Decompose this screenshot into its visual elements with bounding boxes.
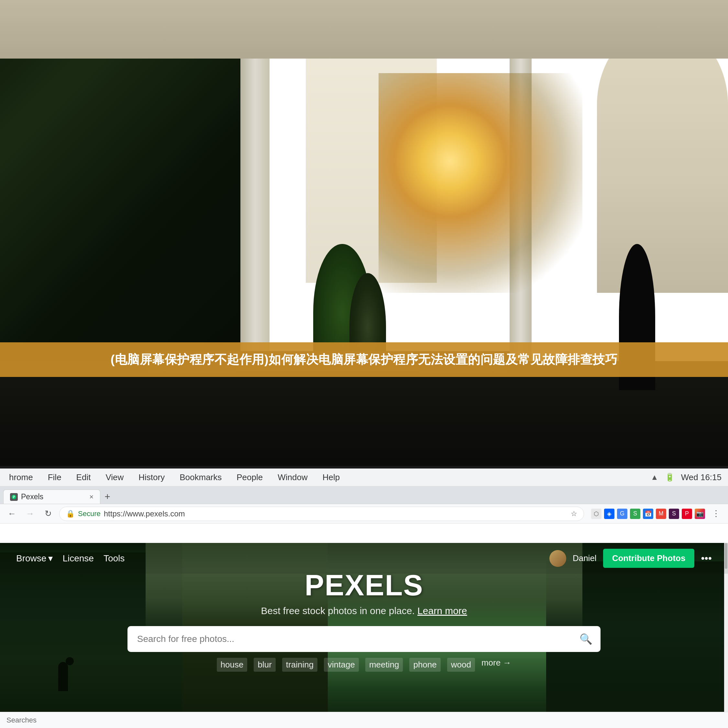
bookmark-star-icon[interactable]: ☆ [571, 509, 577, 518]
pillar-left [240, 0, 269, 400]
browse-label: Browse [16, 553, 46, 564]
screen-content: hrome File Edit View History Bookmarks P… [0, 468, 728, 728]
more-options-button[interactable]: ••• [701, 552, 712, 564]
tab-close-button[interactable]: × [89, 493, 93, 501]
user-avatar[interactable] [549, 550, 566, 567]
office-interior [0, 0, 728, 488]
active-tab[interactable]: P Pexels × [3, 489, 100, 504]
search-suggestions: house blur training vintage meeting phon… [217, 658, 512, 672]
battery-icon: 🔋 [665, 473, 674, 482]
notification-text: (电脑屏幕保护程序不起作用)如何解决电脑屏幕保护程序无法设置的问题及常见故障排查… [20, 352, 708, 368]
address-field[interactable]: 🔒 Secure https://www.pexels.com ☆ [59, 507, 584, 521]
wifi-icon: ▲ [651, 473, 658, 482]
suggestion-vintage[interactable]: vintage [324, 658, 359, 672]
username-label[interactable]: Daniel [573, 553, 596, 563]
extensions-icon[interactable]: ⬡ [591, 509, 601, 519]
search-container: 🔍 [127, 626, 601, 652]
menu-bookmarks[interactable]: Bookmarks [177, 471, 224, 484]
pexels-logo: PEXELS [304, 569, 423, 602]
notification-banner: (电脑屏幕保护程序不起作用)如何解决电脑屏幕保护程序无法设置的问题及常见故障排查… [0, 342, 728, 377]
secure-lock-icon: 🔒 [66, 509, 75, 518]
pinterest-icon[interactable]: P [682, 509, 692, 519]
tab-title: Pexels [21, 492, 86, 501]
license-link[interactable]: License [63, 553, 94, 564]
pexels-tagline: Best free stock photos in one place. Lea… [261, 606, 467, 616]
pexels-nav-right: Daniel Contribute Photos ••• [549, 549, 712, 568]
menu-history[interactable]: History [136, 471, 167, 484]
tools-link[interactable]: Tools [104, 553, 125, 564]
suggestion-blur[interactable]: blur [254, 658, 275, 672]
tagline-text: Best free stock photos in one place. [261, 606, 414, 616]
browse-button[interactable]: Browse ▾ [16, 553, 53, 564]
suggestion-meeting[interactable]: meeting [365, 658, 403, 672]
suggestion-house[interactable]: house [217, 658, 248, 672]
google-icon-1[interactable]: G [617, 509, 627, 519]
chrome-menu-button[interactable]: ⋮ [709, 507, 723, 521]
pexels-nav-left: Browse ▾ License Tools [16, 553, 125, 564]
address-right-actions: ☆ [571, 509, 577, 518]
right-arch-window [597, 24, 728, 292]
new-tab-button[interactable]: + [100, 489, 115, 504]
search-icon: 🔍 [580, 633, 592, 645]
menu-hrome[interactable]: hrome [6, 471, 35, 484]
suggestion-wood[interactable]: wood [447, 658, 475, 672]
menu-view[interactable]: View [103, 471, 126, 484]
menu-people[interactable]: People [234, 471, 265, 484]
chrome-menubar: hrome File Edit View History Bookmarks P… [0, 468, 728, 486]
pexels-navbar: Browse ▾ License Tools Daniel Contribute… [0, 543, 728, 574]
chrome-right-icons: ▲ 🔋 Wed 16:15 [651, 473, 722, 482]
background-scene [0, 0, 728, 488]
refresh-button[interactable]: ↻ [41, 507, 55, 521]
google-icon-2[interactable]: S [630, 509, 640, 519]
toolbar-icons: ⬡ ◈ G S 📅 M S P 📷 [591, 509, 705, 519]
mail-icon[interactable]: M [656, 509, 666, 519]
avatar-image [549, 550, 566, 567]
menu-file[interactable]: File [45, 471, 64, 484]
sunlight-burst [379, 73, 583, 292]
suggestion-training[interactable]: training [282, 658, 317, 672]
svg-text:P: P [13, 496, 15, 499]
menu-window[interactable]: Window [275, 471, 310, 484]
tab-bar: P Pexels × + [0, 486, 728, 504]
instagram-icon[interactable]: 📷 [695, 509, 705, 519]
contribute-photos-button[interactable]: Contribute Photos [603, 549, 695, 568]
browse-chevron-icon: ▾ [48, 553, 53, 564]
more-suggestions-link[interactable]: more → [482, 658, 511, 672]
menu-help[interactable]: Help [320, 471, 342, 484]
system-time: Wed 16:15 [681, 473, 722, 482]
address-bar-row: ← → ↻ 🔒 Secure https://www.pexels.com ☆ … [0, 504, 728, 523]
secure-label: Secure [78, 509, 101, 518]
browser-area: hrome File Edit View History Bookmarks P… [0, 466, 728, 728]
learn-more-link[interactable]: Learn more [418, 606, 467, 616]
suggestion-phone[interactable]: phone [409, 658, 440, 672]
back-button[interactable]: ← [5, 507, 19, 521]
calendar-icon[interactable]: 📅 [643, 509, 653, 519]
slack-icon[interactable]: S [669, 509, 679, 519]
search-input[interactable] [127, 626, 601, 652]
ceiling [0, 0, 728, 58]
dropbox-icon[interactable]: ◈ [604, 509, 615, 519]
url-text: https://www.pexels.com [104, 509, 185, 518]
tab-favicon: P [10, 493, 18, 501]
forward-button[interactable]: → [23, 507, 37, 521]
menu-edit[interactable]: Edit [74, 471, 93, 484]
